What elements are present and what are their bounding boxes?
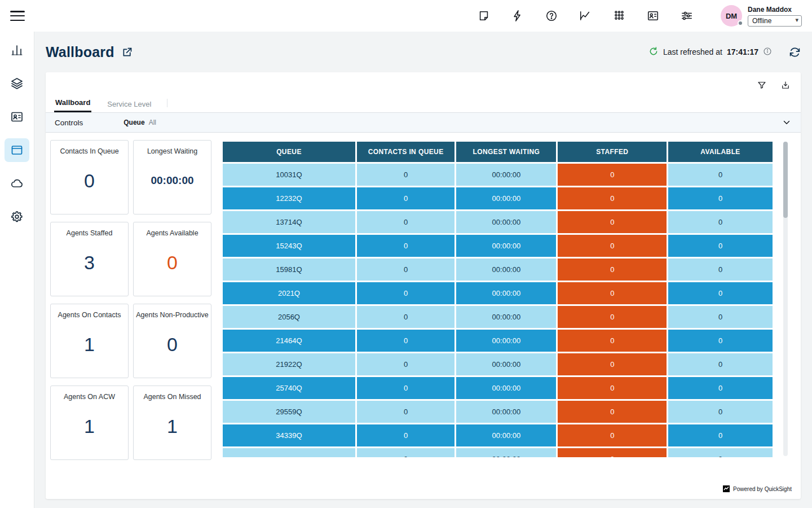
quick-actions-icon[interactable]	[511, 9, 524, 23]
sidebar-item-metrics[interactable]	[5, 38, 29, 62]
queue-table-body: 10031Q000:00:000012232Q000:00:000013714Q…	[223, 164, 773, 457]
value-cell: 0	[668, 164, 773, 186]
value-cell: 0	[558, 306, 667, 328]
sidebar	[0, 32, 34, 508]
bar-chart-icon	[10, 43, 24, 57]
sidebar-item-settings[interactable]	[5, 205, 29, 229]
queue-filter-label: Queue	[123, 119, 144, 126]
quicksight-logo-icon	[723, 485, 730, 492]
kpi-grid: Contacts In Queue 0 Longest Waiting 00:0…	[50, 140, 211, 460]
value-cell: 0	[558, 424, 667, 446]
table-row: 25740Q000:00:0000	[223, 377, 773, 399]
value-cell: 0	[668, 187, 773, 209]
agent-status-select[interactable]: Offline ▾	[748, 15, 802, 27]
sidebar-item-wallboard[interactable]	[5, 138, 29, 162]
value-cell: 00:00:00	[456, 330, 556, 352]
chevron-down-icon[interactable]	[782, 117, 792, 128]
value-cell: 00:00:00	[456, 448, 556, 457]
tab-divider	[167, 99, 167, 107]
value-cell: 00:00:00	[456, 353, 556, 375]
sidebar-item-queues[interactable]	[5, 72, 29, 95]
queue-filter-value: All	[149, 119, 156, 126]
info-icon[interactable]	[763, 47, 772, 58]
table-header-row: QUEUECONTACTS IN QUEUELONGEST WAITINGSTA…	[223, 142, 773, 162]
tab-wallboard[interactable]: Wallboard	[54, 94, 91, 112]
queue-cell: 10031Q	[223, 164, 355, 186]
card-toolbar	[46, 72, 801, 93]
value-cell: 00:00:00	[456, 211, 556, 233]
kpi-card: Agents Staffed 3	[50, 222, 129, 296]
kpi-label: Agents On Contacts	[56, 311, 123, 319]
value-cell: 00:00:00	[456, 235, 556, 257]
hamburger-menu-icon[interactable]	[10, 10, 25, 22]
queue-cell: 12232Q	[223, 187, 355, 209]
table-zone: QUEUECONTACTS IN QUEUELONGEST WAITINGSTA…	[221, 140, 795, 460]
avatar-initials: DM	[726, 12, 737, 20]
kpi-value: 1	[167, 401, 178, 459]
controls-bar[interactable]: Controls Queue All	[46, 112, 801, 133]
value-cell: 0	[357, 282, 454, 304]
queue-table: QUEUECONTACTS IN QUEUELONGEST WAITINGSTA…	[221, 140, 774, 457]
sidebar-item-cloud[interactable]	[5, 172, 29, 195]
table-row: 12232Q000:00:0000	[223, 187, 773, 209]
kpi-label: Agents On Missed	[141, 393, 203, 401]
auto-refresh-icon	[648, 46, 659, 58]
notes-icon[interactable]	[477, 9, 491, 23]
value-cell: 0	[668, 424, 773, 446]
value-cell: 0	[668, 235, 773, 257]
top-bar: DM Dane Maddox Offline ▾	[0, 0, 812, 32]
page-title: Wallboard	[46, 44, 114, 60]
table-row: 34339Q000:00:0000	[223, 424, 773, 446]
help-icon[interactable]	[545, 9, 558, 23]
value-cell: 0	[357, 306, 454, 328]
download-icon[interactable]	[779, 78, 792, 92]
refresh-button[interactable]	[789, 46, 801, 58]
controls-label: Controls	[55, 119, 83, 127]
kpi-value: 3	[84, 237, 95, 296]
value-cell: 0	[558, 330, 667, 352]
preferences-icon[interactable]	[680, 9, 694, 23]
refresh-status: Last refreshed at 17:41:17	[648, 46, 801, 58]
value-cell: 0	[357, 377, 454, 399]
table-row: 29559Q000:00:0000	[223, 401, 773, 423]
user-block: DM Dane Maddox Offline ▾	[721, 5, 802, 27]
scrollbar-thumb[interactable]	[783, 142, 788, 218]
layers-icon	[10, 77, 24, 90]
kpi-card: Agents Available 0	[133, 222, 211, 296]
value-cell: 00:00:00	[456, 282, 556, 304]
chevron-down-icon: ▾	[795, 16, 798, 24]
column-header: AVAILABLE	[668, 142, 773, 162]
tab-service-level[interactable]: Service Level	[106, 96, 152, 112]
user-name: Dane Maddox	[748, 6, 802, 14]
value-cell: 00:00:00	[456, 377, 556, 399]
value-cell: 0	[357, 235, 454, 257]
table-row: 000:00:0000	[223, 448, 773, 457]
gear-icon	[10, 210, 24, 224]
tab-bar: Wallboard Service Level	[46, 93, 801, 112]
metrics-icon[interactable]	[579, 9, 592, 23]
directory-icon[interactable]	[646, 9, 660, 23]
queue-cell: 25740Q	[223, 377, 355, 399]
kpi-label: Agents On ACW	[61, 393, 117, 401]
open-external-icon[interactable]	[121, 46, 133, 58]
kpi-card: Agents Non-Productive 0	[133, 304, 211, 378]
filter-icon[interactable]	[755, 78, 769, 92]
dialpad-icon[interactable]	[612, 9, 626, 23]
powered-by-text: Powered by QuickSight	[733, 486, 792, 492]
card-footer: Powered by QuickSight	[46, 485, 801, 499]
value-cell: 0	[558, 401, 667, 423]
value-cell: 0	[668, 377, 773, 399]
queue-filter[interactable]: Queue All	[123, 119, 156, 126]
avatar[interactable]: DM	[721, 5, 742, 27]
table-scrollbar[interactable]	[783, 142, 788, 456]
main-content: Wallboard Last refreshed at 17:41:17	[34, 32, 812, 508]
sidebar-item-contacts[interactable]	[5, 105, 29, 129]
value-cell: 00:00:00	[456, 424, 556, 446]
value-cell: 0	[558, 282, 667, 304]
queue-cell: 21464Q	[223, 330, 355, 352]
value-cell: 0	[558, 259, 667, 281]
kpi-label: Agents Non-Productive	[134, 311, 211, 319]
value-cell: 0	[357, 448, 454, 457]
column-header: STAFFED	[558, 142, 667, 162]
queue-cell: 2021Q	[223, 282, 355, 304]
